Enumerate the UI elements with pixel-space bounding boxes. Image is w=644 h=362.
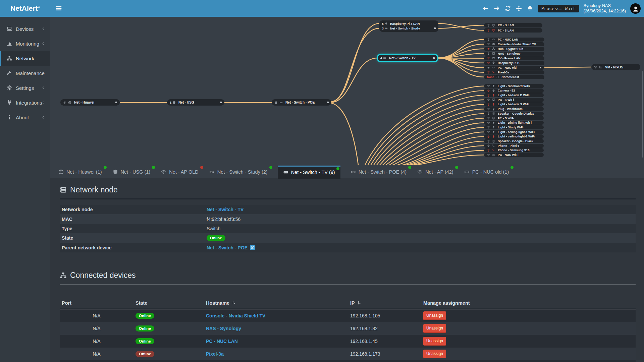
sidebar-item-integrations[interactable]: Integrations (0, 95, 50, 110)
topology-node-light-study-wifi[interactable]: Light - Study WiFi (484, 125, 544, 129)
sidebar-item-about[interactable]: About (0, 110, 50, 125)
topology-node-light-dining-light-wifi[interactable]: Light - Dining light WiFi (484, 121, 544, 125)
topology-node-chromecast[interactable]: NoneChromecast (484, 75, 544, 79)
sidebar-item-settings[interactable]: Settings (0, 80, 50, 95)
sidebar-item-label: Integrations (16, 100, 42, 106)
topology-node-phone-pixel-6[interactable]: Phone - Pixel 6 (484, 144, 544, 148)
topology-node-net-switch-study[interactable]: 3Net - Switch - Study (379, 26, 438, 31)
topology-node-raspberry-pi-b[interactable]: Raspberry Pi B (484, 61, 544, 65)
unassign-button[interactable]: Unassign (423, 324, 446, 333)
nas-name: Synology-NAS (584, 3, 626, 9)
topology-node-plug-washroom[interactable]: Plug - Washroom (484, 107, 544, 111)
topology-node-pc-b-wifi[interactable]: PC - B WiFi (484, 116, 544, 120)
collapse-toggle[interactable] (540, 67, 541, 68)
topology-node-pc-b-lan[interactable]: PC - B LAN (484, 23, 542, 28)
ip-cell: 192.168.1.45 (348, 339, 421, 344)
column-header-label: Port (62, 300, 71, 306)
diagram-scrollbar-thumb[interactable] (642, 71, 643, 158)
device-link[interactable]: NAS - Synology (206, 326, 241, 331)
app-logo[interactable]: NetAlertx (0, 0, 50, 17)
collapse-toggle[interactable] (115, 102, 117, 103)
unassign-button[interactable]: Unassign (423, 311, 446, 320)
nav-forward-icon[interactable] (494, 5, 500, 11)
sidebar-item-network[interactable]: Network (0, 51, 50, 66)
topology-node-pixel-3a[interactable]: Pixel-3a (484, 70, 544, 75)
topology-node-vm[interactable]: VM - NixOS (591, 64, 640, 70)
sidebar-item-label: Monitoring (16, 41, 39, 47)
cast-icon (496, 75, 499, 78)
column-header-ip[interactable]: IP (348, 300, 421, 306)
sidebar-nav: DevicesMonitoringNetworkMaintenanceSetti… (0, 21, 50, 125)
process-status-badge: Process: Wait (538, 5, 579, 12)
collapse-toggle[interactable] (220, 102, 222, 103)
tab-usg[interactable]: Net - USG (1) (112, 167, 151, 177)
desktop-icon (492, 98, 495, 101)
globe-icon (58, 169, 64, 175)
section-title-text: Network node (70, 185, 118, 194)
gear-icon (7, 85, 12, 90)
topology-node-raspberry-pi-4-lan[interactable]: 5Raspberry Pi 4 LAN (379, 21, 438, 26)
topology-node-console-nvidia-shield-tv[interactable]: Console - Nvidia Shield TV (484, 42, 544, 47)
tab-pc-nuc-old[interactable]: PC - NUC old (1) (464, 167, 510, 177)
topology-node-light-bedside-b-wifi[interactable]: Light - bedside B WiFi (484, 93, 544, 97)
wifi-icon (487, 108, 490, 111)
topology-node-tv-frame-lan[interactable]: TV - Frame LAN (484, 56, 544, 61)
wifi-icon (487, 71, 490, 74)
chart-icon (7, 41, 12, 46)
nav-back-icon[interactable] (483, 5, 489, 11)
move-icon[interactable] (516, 5, 522, 11)
topology-node-usg[interactable]: 1Net - USG (167, 99, 224, 106)
unassign-button[interactable]: Unassign (423, 337, 446, 346)
topology-node-pc-nuc-lan[interactable]: PC - NUC LAN (484, 38, 544, 42)
column-header-hostname[interactable]: Hostname (204, 300, 348, 306)
tab-switch-study[interactable]: Net - Switch - Study (2) (209, 167, 268, 177)
tab-ap-old[interactable]: Net - AP OLD (160, 167, 199, 177)
sidebar-item-maintenance[interactable]: Maintenance (0, 66, 50, 80)
node-label: PC - NUC LAN (498, 38, 518, 41)
bulb-icon (492, 135, 495, 138)
device-link[interactable]: Pixel-3a (206, 351, 224, 357)
sidebar-item-monitoring[interactable]: Monitoring (0, 36, 50, 51)
refresh-icon[interactable] (505, 5, 511, 11)
tab-status-dot-green (455, 166, 458, 169)
topology-node-pc-nuc-wifi[interactable]: PC - NUC WiFi (484, 153, 544, 157)
topology-node-pc-s-lan[interactable]: PC - S LAN (484, 28, 542, 33)
device-link[interactable]: PC - NUC LAN (206, 339, 238, 344)
collapse-toggle[interactable] (434, 27, 436, 29)
topology-node-phone-samsung-s10[interactable]: Phone - Samsung S10 (484, 148, 544, 152)
unassign-button[interactable]: Unassign (423, 350, 446, 358)
topology-node-camera-e1[interactable]: Camera - E1 (484, 88, 544, 93)
topology-node-nas-synology[interactable]: NAS - Synology (484, 52, 544, 56)
tab-switch-poe[interactable]: Net - Switch - POE (4) (350, 167, 407, 177)
collapse-toggle[interactable] (433, 57, 435, 59)
topology-node-pc-nuc-old[interactable]: PC - NUC old (484, 66, 544, 70)
hamburger-menu-icon[interactable] (55, 5, 62, 12)
tab-ap[interactable]: Net - AP (42) (417, 167, 454, 177)
topology-node-light-bedside-s-wifi[interactable]: Light - bedside S WiFi (484, 102, 544, 106)
device-link[interactable]: Net - Switch - TV (207, 207, 244, 212)
shield-icon (113, 169, 118, 175)
collapse-toggle[interactable] (327, 102, 329, 103)
topology-node-hub-cygnet-hub[interactable]: Hub - Cygnet Hub (484, 47, 544, 51)
node-label: Camera - E1 (498, 89, 515, 92)
bell-icon[interactable] (527, 5, 533, 11)
topology-node-light-sideboard-wifi[interactable]: Light - Sideboard WiFi (484, 84, 544, 88)
sidebar-item-devices[interactable]: Devices (0, 21, 50, 36)
detail-value: Net - Switch - TV (207, 207, 636, 212)
topology-node-poe[interactable]: Net - Switch - POE (272, 99, 331, 106)
topology-node-speaker-google-black[interactable]: Speaker - Google - Black (484, 139, 544, 143)
topology-node-light-ceiling-light-1-wifi[interactable]: Light - ceiling-light-1 WiFi (484, 130, 544, 134)
topology-group-study: 5Raspberry Pi 4 LAN3Net - Switch - Study (379, 20, 438, 32)
topology-node-huawei[interactable]: Net - Huawei (60, 99, 120, 106)
tab-switch-tv[interactable]: Net - Switch - TV (9) (278, 166, 340, 179)
topology-node-pc-s-wifi[interactable]: PC - S WiFi (484, 98, 544, 102)
user-avatar[interactable] (630, 3, 641, 14)
topology-node-tv[interactable]: 4Net - Switch - TV (378, 55, 437, 61)
external-link-button[interactable] (250, 245, 255, 250)
tab-huawei[interactable]: Net - Huawei (1) (58, 167, 103, 177)
device-link[interactable]: Net - Switch - POE (207, 245, 248, 250)
sitemap-icon (7, 56, 12, 61)
topology-node-light-ceiling-light-2-wifi[interactable]: Light - ceiling-light-2 WiFi (484, 134, 544, 138)
device-link[interactable]: Console - Nvidia Shield TV (206, 313, 265, 318)
topology-node-speaker-google-display[interactable]: Speaker - Google Display (484, 112, 544, 116)
